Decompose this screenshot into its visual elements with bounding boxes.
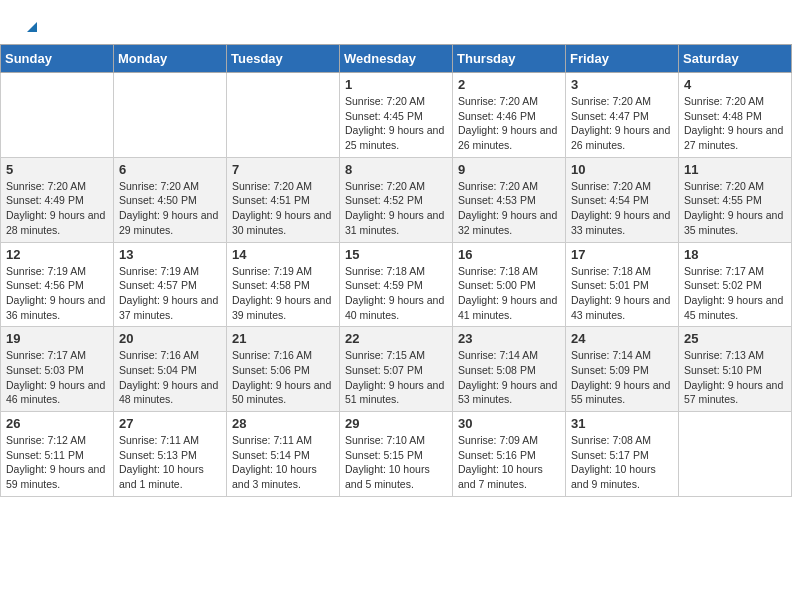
- calendar-cell: 3Sunrise: 7:20 AMSunset: 4:47 PMDaylight…: [566, 73, 679, 158]
- calendar-cell: 13Sunrise: 7:19 AMSunset: 4:57 PMDayligh…: [114, 242, 227, 327]
- day-detail: Sunrise: 7:17 AMSunset: 5:02 PMDaylight:…: [684, 264, 786, 323]
- calendar-cell: 22Sunrise: 7:15 AMSunset: 5:07 PMDayligh…: [340, 327, 453, 412]
- calendar-cell: 1Sunrise: 7:20 AMSunset: 4:45 PMDaylight…: [340, 73, 453, 158]
- day-detail: Sunrise: 7:10 AMSunset: 5:15 PMDaylight:…: [345, 433, 447, 492]
- day-number: 9: [458, 162, 560, 177]
- calendar-cell: 17Sunrise: 7:18 AMSunset: 5:01 PMDayligh…: [566, 242, 679, 327]
- day-number: 18: [684, 247, 786, 262]
- calendar-cell: 23Sunrise: 7:14 AMSunset: 5:08 PMDayligh…: [453, 327, 566, 412]
- calendar-cell: 6Sunrise: 7:20 AMSunset: 4:50 PMDaylight…: [114, 157, 227, 242]
- calendar-cell: 2Sunrise: 7:20 AMSunset: 4:46 PMDaylight…: [453, 73, 566, 158]
- day-number: 22: [345, 331, 447, 346]
- calendar-cell: 25Sunrise: 7:13 AMSunset: 5:10 PMDayligh…: [679, 327, 792, 412]
- day-detail: Sunrise: 7:18 AMSunset: 4:59 PMDaylight:…: [345, 264, 447, 323]
- day-number: 31: [571, 416, 673, 431]
- day-detail: Sunrise: 7:15 AMSunset: 5:07 PMDaylight:…: [345, 348, 447, 407]
- calendar-cell: 5Sunrise: 7:20 AMSunset: 4:49 PMDaylight…: [1, 157, 114, 242]
- day-detail: Sunrise: 7:18 AMSunset: 5:01 PMDaylight:…: [571, 264, 673, 323]
- calendar-cell: 31Sunrise: 7:08 AMSunset: 5:17 PMDayligh…: [566, 412, 679, 497]
- day-detail: Sunrise: 7:20 AMSunset: 4:50 PMDaylight:…: [119, 179, 221, 238]
- day-detail: Sunrise: 7:20 AMSunset: 4:47 PMDaylight:…: [571, 94, 673, 153]
- day-number: 6: [119, 162, 221, 177]
- calendar-cell: [1, 73, 114, 158]
- page-wrapper: SundayMondayTuesdayWednesdayThursdayFrid…: [0, 0, 792, 497]
- calendar-week-1: 1Sunrise: 7:20 AMSunset: 4:45 PMDaylight…: [1, 73, 792, 158]
- day-number: 13: [119, 247, 221, 262]
- day-number: 28: [232, 416, 334, 431]
- day-number: 26: [6, 416, 108, 431]
- day-number: 10: [571, 162, 673, 177]
- weekday-header-sunday: Sunday: [1, 45, 114, 73]
- calendar-cell: 11Sunrise: 7:20 AMSunset: 4:55 PMDayligh…: [679, 157, 792, 242]
- calendar-cell: 20Sunrise: 7:16 AMSunset: 5:04 PMDayligh…: [114, 327, 227, 412]
- calendar-cell: 7Sunrise: 7:20 AMSunset: 4:51 PMDaylight…: [227, 157, 340, 242]
- day-detail: Sunrise: 7:20 AMSunset: 4:46 PMDaylight:…: [458, 94, 560, 153]
- calendar-week-5: 26Sunrise: 7:12 AMSunset: 5:11 PMDayligh…: [1, 412, 792, 497]
- day-number: 15: [345, 247, 447, 262]
- day-detail: Sunrise: 7:20 AMSunset: 4:55 PMDaylight:…: [684, 179, 786, 238]
- calendar-cell: 4Sunrise: 7:20 AMSunset: 4:48 PMDaylight…: [679, 73, 792, 158]
- calendar-cell: 21Sunrise: 7:16 AMSunset: 5:06 PMDayligh…: [227, 327, 340, 412]
- day-detail: Sunrise: 7:09 AMSunset: 5:16 PMDaylight:…: [458, 433, 560, 492]
- day-detail: Sunrise: 7:13 AMSunset: 5:10 PMDaylight:…: [684, 348, 786, 407]
- calendar-cell: 26Sunrise: 7:12 AMSunset: 5:11 PMDayligh…: [1, 412, 114, 497]
- calendar-week-4: 19Sunrise: 7:17 AMSunset: 5:03 PMDayligh…: [1, 327, 792, 412]
- day-number: 4: [684, 77, 786, 92]
- calendar-cell: 12Sunrise: 7:19 AMSunset: 4:56 PMDayligh…: [1, 242, 114, 327]
- calendar-cell: 16Sunrise: 7:18 AMSunset: 5:00 PMDayligh…: [453, 242, 566, 327]
- day-number: 7: [232, 162, 334, 177]
- calendar-body: 1Sunrise: 7:20 AMSunset: 4:45 PMDaylight…: [1, 73, 792, 497]
- day-number: 17: [571, 247, 673, 262]
- day-detail: Sunrise: 7:19 AMSunset: 4:58 PMDaylight:…: [232, 264, 334, 323]
- calendar-cell: 28Sunrise: 7:11 AMSunset: 5:14 PMDayligh…: [227, 412, 340, 497]
- day-detail: Sunrise: 7:11 AMSunset: 5:14 PMDaylight:…: [232, 433, 334, 492]
- day-detail: Sunrise: 7:19 AMSunset: 4:56 PMDaylight:…: [6, 264, 108, 323]
- calendar-cell: 29Sunrise: 7:10 AMSunset: 5:15 PMDayligh…: [340, 412, 453, 497]
- day-detail: Sunrise: 7:11 AMSunset: 5:13 PMDaylight:…: [119, 433, 221, 492]
- calendar: SundayMondayTuesdayWednesdayThursdayFrid…: [0, 44, 792, 497]
- header: [0, 0, 792, 44]
- day-number: 5: [6, 162, 108, 177]
- day-number: 25: [684, 331, 786, 346]
- day-detail: Sunrise: 7:16 AMSunset: 5:06 PMDaylight:…: [232, 348, 334, 407]
- calendar-cell: 9Sunrise: 7:20 AMSunset: 4:53 PMDaylight…: [453, 157, 566, 242]
- svg-marker-0: [27, 22, 37, 32]
- calendar-cell: 24Sunrise: 7:14 AMSunset: 5:09 PMDayligh…: [566, 327, 679, 412]
- calendar-cell: 19Sunrise: 7:17 AMSunset: 5:03 PMDayligh…: [1, 327, 114, 412]
- day-detail: Sunrise: 7:08 AMSunset: 5:17 PMDaylight:…: [571, 433, 673, 492]
- calendar-week-3: 12Sunrise: 7:19 AMSunset: 4:56 PMDayligh…: [1, 242, 792, 327]
- day-number: 2: [458, 77, 560, 92]
- day-detail: Sunrise: 7:18 AMSunset: 5:00 PMDaylight:…: [458, 264, 560, 323]
- calendar-cell: 8Sunrise: 7:20 AMSunset: 4:52 PMDaylight…: [340, 157, 453, 242]
- logo-line1: [24, 16, 39, 36]
- day-detail: Sunrise: 7:20 AMSunset: 4:49 PMDaylight:…: [6, 179, 108, 238]
- day-detail: Sunrise: 7:12 AMSunset: 5:11 PMDaylight:…: [6, 433, 108, 492]
- day-number: 1: [345, 77, 447, 92]
- calendar-cell: 27Sunrise: 7:11 AMSunset: 5:13 PMDayligh…: [114, 412, 227, 497]
- day-number: 24: [571, 331, 673, 346]
- day-number: 14: [232, 247, 334, 262]
- calendar-cell: [679, 412, 792, 497]
- day-detail: Sunrise: 7:20 AMSunset: 4:45 PMDaylight:…: [345, 94, 447, 153]
- day-detail: Sunrise: 7:14 AMSunset: 5:09 PMDaylight:…: [571, 348, 673, 407]
- calendar-cell: 30Sunrise: 7:09 AMSunset: 5:16 PMDayligh…: [453, 412, 566, 497]
- weekday-header-saturday: Saturday: [679, 45, 792, 73]
- day-detail: Sunrise: 7:20 AMSunset: 4:53 PMDaylight:…: [458, 179, 560, 238]
- calendar-cell: 14Sunrise: 7:19 AMSunset: 4:58 PMDayligh…: [227, 242, 340, 327]
- day-detail: Sunrise: 7:20 AMSunset: 4:54 PMDaylight:…: [571, 179, 673, 238]
- day-number: 19: [6, 331, 108, 346]
- day-detail: Sunrise: 7:20 AMSunset: 4:52 PMDaylight:…: [345, 179, 447, 238]
- day-number: 16: [458, 247, 560, 262]
- day-detail: Sunrise: 7:20 AMSunset: 4:51 PMDaylight:…: [232, 179, 334, 238]
- day-number: 12: [6, 247, 108, 262]
- day-detail: Sunrise: 7:19 AMSunset: 4:57 PMDaylight:…: [119, 264, 221, 323]
- calendar-week-2: 5Sunrise: 7:20 AMSunset: 4:49 PMDaylight…: [1, 157, 792, 242]
- weekday-header-monday: Monday: [114, 45, 227, 73]
- weekday-header-wednesday: Wednesday: [340, 45, 453, 73]
- day-detail: Sunrise: 7:20 AMSunset: 4:48 PMDaylight:…: [684, 94, 786, 153]
- calendar-cell: 10Sunrise: 7:20 AMSunset: 4:54 PMDayligh…: [566, 157, 679, 242]
- logo-triangle-icon: [25, 20, 39, 34]
- day-number: 11: [684, 162, 786, 177]
- weekday-header-tuesday: Tuesday: [227, 45, 340, 73]
- calendar-cell: 15Sunrise: 7:18 AMSunset: 4:59 PMDayligh…: [340, 242, 453, 327]
